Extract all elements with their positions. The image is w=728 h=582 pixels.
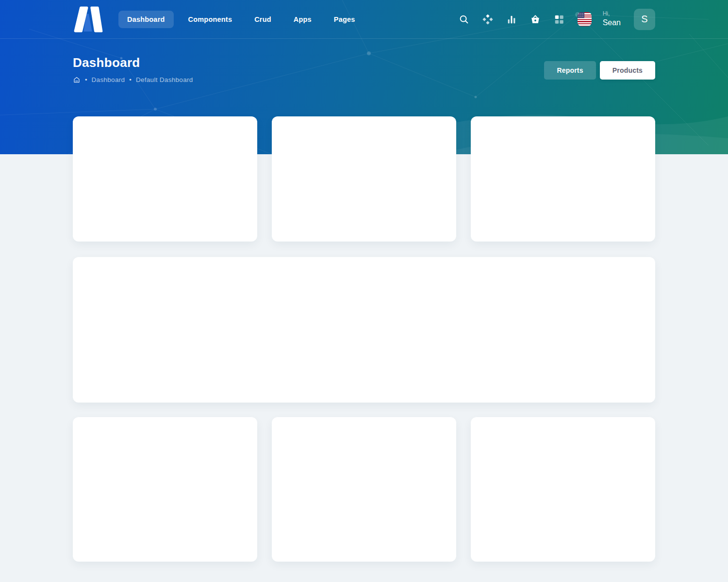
main-nav: Dashboard Components Crud Apps Pages (118, 11, 363, 28)
basket-icon[interactable] (530, 14, 541, 25)
topbar-actions: Hi, Sean S (459, 9, 655, 30)
card-bottom-1 (73, 417, 257, 562)
us-flag-icon[interactable] (578, 12, 592, 26)
top-navbar: Dashboard Components Crud Apps Pages (0, 0, 728, 39)
breadcrumb: • Dashboard • Default Dashboard (73, 76, 193, 83)
breadcrumb-separator: • (85, 76, 87, 83)
user-avatar[interactable]: S (634, 9, 655, 30)
card-bottom-2 (272, 417, 456, 562)
user-name: Sean (603, 18, 621, 28)
home-icon[interactable] (73, 76, 81, 83)
cards-row-top (73, 116, 655, 242)
nav-item-components[interactable]: Components (181, 11, 240, 28)
card-bottom-3 (471, 417, 655, 562)
card-top-2 (272, 116, 456, 242)
greeting-prefix: Hi, (603, 10, 621, 18)
cards-row-bottom (73, 417, 655, 562)
reports-button[interactable]: Reports (544, 61, 596, 80)
nav-item-dashboard[interactable]: Dashboard (118, 11, 174, 28)
apps-diamond-icon[interactable] (482, 14, 493, 25)
nav-item-pages[interactable]: Pages (326, 11, 363, 28)
page-title: Dashboard (73, 55, 193, 70)
breadcrumb-item-default-dashboard[interactable]: Default Dashboard (136, 76, 193, 83)
products-button[interactable]: Products (600, 61, 655, 80)
bar-chart-icon[interactable] (506, 14, 517, 25)
avatar-initial: S (641, 14, 647, 25)
card-wide (73, 257, 655, 403)
page-header-left: Dashboard • Dashboard • Default Dashboar… (73, 55, 193, 83)
nav-item-apps[interactable]: Apps (286, 11, 319, 28)
page-header: Dashboard • Dashboard • Default Dashboar… (0, 39, 728, 83)
breadcrumb-separator: • (129, 76, 132, 83)
grid-icon[interactable] (554, 14, 564, 25)
nav-item-crud[interactable]: Crud (247, 11, 279, 28)
logo-icon (73, 6, 103, 32)
search-icon[interactable] (459, 14, 469, 25)
card-top-1 (73, 116, 257, 242)
flag-stars (578, 13, 584, 17)
breadcrumb-item-dashboard[interactable]: Dashboard (92, 76, 125, 83)
user-greeting[interactable]: Hi, Sean (603, 10, 621, 28)
header-actions: Reports Products (544, 61, 655, 80)
app-logo[interactable] (73, 6, 103, 32)
dashboard-content (0, 116, 728, 582)
card-top-3 (471, 116, 655, 242)
